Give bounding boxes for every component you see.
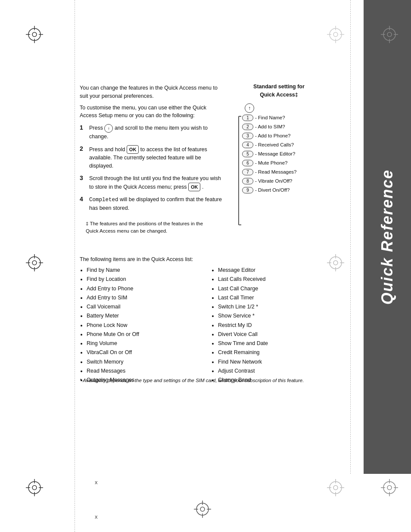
svg-point-24: [330, 257, 342, 269]
qa-list-item: VibraCall On or Off: [87, 348, 198, 357]
page-container: Quick Reference: [0, 0, 411, 532]
diagram-item: 6- Mute Phone?: [242, 160, 325, 166]
qa-list-section: The following items are in the Quick Acc…: [80, 256, 330, 385]
step-2-num: 2: [80, 145, 87, 152]
step-4-text: Completed will be displayed to confirm t…: [89, 196, 222, 212]
diagram-bracket: [233, 115, 242, 228]
up-arrow-icon: ↑: [245, 103, 254, 113]
diagram-item: 9- Divert On/Off?: [242, 187, 325, 193]
step-4-num: 4: [80, 196, 87, 202]
svg-point-51: [196, 503, 209, 515]
qa-list-item: Show Service *: [218, 311, 330, 320]
step-3-num: 3: [80, 174, 87, 181]
qa-list-item: Add Entry to SIM: [87, 293, 198, 302]
page-mark-x: x: [95, 479, 98, 485]
diagram-block: Standard setting for Quick Access‡ ↑ 1- …: [233, 83, 325, 228]
svg-point-43: [387, 485, 392, 490]
svg-point-6: [330, 28, 342, 40]
diagram-item: 2- Add to SIM?: [242, 124, 325, 130]
svg-point-12: [383, 28, 395, 40]
qa-list-item: Phone Lock Now: [87, 321, 198, 330]
asterisk-note-text: * Availability depends on the type and s…: [80, 377, 330, 384]
step-1: 1 Press ↑ and scroll to the menu item yo…: [80, 124, 222, 141]
qa-list-item: Ring Volume: [87, 339, 198, 348]
qa-list-item: Call Voicemail: [87, 302, 198, 311]
qa-list-item: Find New Network: [218, 358, 330, 367]
crosshair-bottom-center: [194, 501, 211, 519]
diagram-item: 8- Vibrate On/Off?: [242, 178, 325, 184]
qa-list-item: Read Messages: [87, 367, 198, 376]
page-num-x: x: [95, 513, 98, 520]
diagram-item: 7- Read Messages?: [242, 169, 325, 175]
qa-list-header: The following items are in the Quick Acc…: [80, 256, 330, 262]
svg-point-36: [330, 482, 342, 494]
step-4: 4 Completed will be displayed to confirm…: [80, 196, 222, 212]
svg-point-37: [333, 485, 338, 490]
qa-list-item: Last Calls Received: [218, 275, 330, 284]
svg-point-52: [200, 507, 205, 511]
asterisk-note: * Availability depends on the type and s…: [80, 377, 330, 384]
diagram-bracket-container: 1- Find Name?2- Add to SIM?3- Add to Pho…: [233, 115, 325, 228]
step-1-text: Press ↑ and scroll to the menu item you …: [89, 124, 222, 141]
qa-list-item: Last Call Charge: [218, 284, 330, 293]
intro-block: You can change the features in the Quick…: [80, 84, 222, 238]
diagram-item: 1- Find Name?: [242, 115, 325, 121]
qa-list-item: Divert Voice Call: [218, 330, 330, 339]
diagram-item: 5- Message Editor?: [242, 151, 325, 157]
qa-list-item: Phone Mute On or Off: [87, 330, 198, 339]
qa-list-item: Find by Location: [87, 275, 198, 284]
qa-list-item: Message Editor: [218, 266, 330, 275]
svg-point-7: [333, 32, 338, 37]
svg-point-42: [383, 482, 395, 494]
sidebar-title: Quick Reference: [378, 169, 396, 305]
step-3-text: Scroll through the list until you find t…: [89, 174, 222, 191]
qa-list-item: Add Entry to Phone: [87, 284, 198, 293]
qa-list-item: Restrict My ID: [218, 321, 330, 330]
svg-point-25: [333, 261, 338, 265]
svg-point-18: [28, 257, 40, 269]
qa-list-item: Show Time and Date: [218, 339, 330, 348]
crosshair-bottom-far-right: [381, 479, 398, 498]
crosshair-bottom-right: [327, 479, 344, 498]
intro-para2: To customise the menu, you can use eithe…: [80, 104, 222, 120]
diagram-item: 4- Received Calls?: [242, 142, 325, 148]
arrow-up-button: ↑: [245, 103, 325, 113]
step-2: 2 Press and hold OK to access the list o…: [80, 145, 222, 170]
diagram-title: Standard setting for Quick Access‡: [233, 83, 325, 99]
margin-line-right: [350, 0, 351, 474]
margin-line-left: [75, 0, 75, 532]
diagram-item: 3- Add to Phone?: [242, 133, 325, 139]
footnote-text: ‡ The features and the positions of the …: [86, 220, 216, 235]
crosshair-right-center: [327, 254, 344, 273]
step-1-num: 1: [80, 124, 87, 131]
qa-list-item: Find by Name: [87, 266, 198, 275]
qa-columns: Find by NameFind by LocationAdd Entry to…: [80, 266, 330, 385]
crosshair-left-center: [26, 254, 43, 273]
qa-column-2: Message EditorLast Calls ReceivedLast Ca…: [211, 266, 330, 385]
qa-list-item: Switch Line 1/2 *: [218, 302, 330, 311]
sidebar-dark: Quick Reference: [364, 0, 411, 474]
svg-point-30: [28, 482, 40, 494]
crosshair-top-left: [26, 26, 43, 44]
svg-point-31: [32, 485, 37, 490]
svg-point-19: [32, 261, 37, 265]
svg-point-13: [387, 32, 392, 37]
footnote-box: ‡ The features and the positions of the …: [80, 217, 222, 239]
svg-point-0: [28, 28, 40, 40]
diagram-items-list: 1- Find Name?2- Add to SIM?3- Add to Pho…: [242, 115, 325, 196]
qa-list-item: Adjust Contrast: [218, 367, 330, 376]
crosshair-top-right: [327, 26, 344, 44]
step-2-text: Press and hold OK to access the list of …: [89, 145, 222, 170]
svg-point-1: [32, 32, 37, 37]
qa-list-item: Last Call Timer: [218, 293, 330, 302]
step-3: 3 Scroll through the list until you find…: [80, 174, 222, 191]
qa-column-1: Find by NameFind by LocationAdd Entry to…: [80, 266, 198, 385]
qa-list-item: Credit Remaining: [218, 348, 330, 357]
qa-list-item: Switch Memory: [87, 358, 198, 367]
intro-para1: You can change the features in the Quick…: [80, 84, 222, 100]
qa-list-item: Battery Meter: [87, 311, 198, 320]
crosshair-bottom-left: [26, 479, 43, 498]
crosshair-top-far-right: [381, 26, 398, 44]
